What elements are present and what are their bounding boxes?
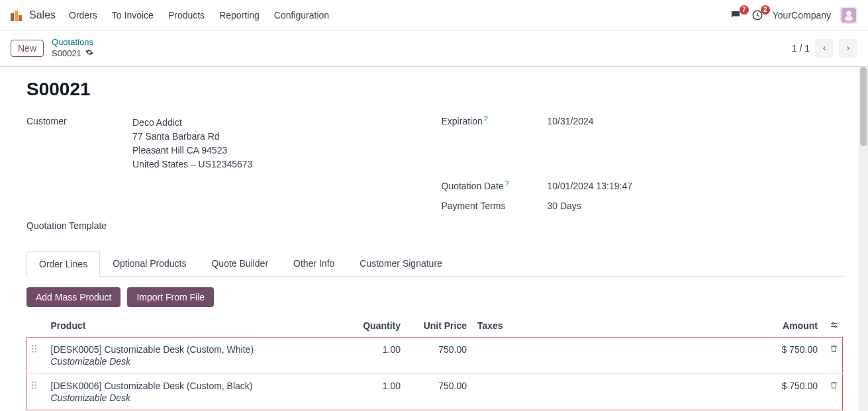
pager-next-button[interactable] — [839, 39, 857, 58]
line-amount: $ 750.00 — [782, 344, 818, 355]
line-taxes[interactable] — [471, 373, 524, 410]
pager-prev-button[interactable] — [815, 39, 834, 58]
new-button[interactable]: New — [11, 40, 44, 57]
line-quantity[interactable]: 1.00 — [345, 373, 405, 410]
columns-settings-icon[interactable] — [830, 321, 839, 332]
table-row[interactable]: [DESK0005] Customizable Desk (Custom, Wh… — [27, 337, 843, 373]
col-unit-price: Unit Price — [405, 315, 471, 338]
nav-configuration[interactable]: Configuration — [274, 10, 329, 21]
topbar: Sales Orders To Invoice Products Reporti… — [0, 0, 868, 30]
tab-optional-products[interactable]: Optional Products — [100, 251, 199, 276]
table-row[interactable]: [DESK0006] Customizable Desk (Custom, Bl… — [27, 373, 843, 410]
page-title: S00021 — [26, 79, 843, 100]
svg-point-12 — [35, 348, 36, 349]
customer-address-line1: 77 Santa Barbara Rd — [132, 130, 428, 144]
line-unit-price[interactable]: 750.00 — [405, 373, 471, 410]
label-customer: Customer — [26, 116, 119, 126]
svg-point-18 — [35, 385, 36, 386]
line-product[interactable]: [DESK0006] Customizable Desk (Custom, Bl… — [51, 381, 342, 391]
tabs: Order Lines Optional Products Quote Buil… — [26, 251, 843, 277]
svg-point-17 — [32, 385, 33, 386]
svg-point-8 — [834, 326, 836, 327]
trash-icon[interactable] — [830, 345, 838, 355]
line-taxes[interactable] — [471, 337, 524, 373]
line-product[interactable]: [DESK0005] Customizable Desk (Custom, Wh… — [51, 344, 342, 355]
app-logo-icon — [11, 9, 23, 21]
drag-handle-icon[interactable] — [31, 345, 40, 355]
company-name[interactable]: YourCompany — [773, 10, 831, 21]
svg-rect-6 — [845, 16, 853, 20]
svg-point-20 — [35, 387, 36, 388]
svg-rect-1 — [15, 11, 18, 21]
line-description: Customizable Desk — [51, 392, 342, 403]
help-icon[interactable]: ? — [484, 114, 488, 122]
svg-point-16 — [35, 381, 36, 383]
breadcrumb-parent[interactable]: Quotations — [52, 37, 93, 48]
app-name: Sales — [29, 9, 56, 21]
import-from-file-button[interactable]: Import From File — [127, 287, 214, 307]
value-expiration[interactable]: 10/31/2024 — [548, 116, 844, 126]
col-product: Product — [47, 315, 346, 338]
svg-point-11 — [32, 348, 33, 349]
svg-rect-0 — [11, 13, 14, 21]
drag-handle-icon[interactable] — [31, 381, 40, 392]
svg-point-10 — [35, 345, 36, 346]
svg-point-13 — [32, 351, 33, 352]
svg-point-15 — [32, 381, 33, 383]
value-customer[interactable]: Deco Addict 77 Santa Barbara Rd Pleasant… — [132, 116, 428, 171]
label-quotation-template: Quotation Template — [26, 220, 119, 231]
lines-table: Product Quantity Unit Price Taxes Amount — [26, 315, 843, 410]
line-unit-price[interactable]: 750.00 — [405, 337, 471, 373]
activities-badge: 2 — [761, 5, 770, 15]
nav-products[interactable]: Products — [168, 10, 205, 21]
nav-reporting[interactable]: Reporting — [219, 10, 260, 21]
topbar-right: 7 2 YourCompany — [729, 7, 857, 24]
tab-customer-signature[interactable]: Customer Signature — [347, 251, 455, 276]
pager-text: 1 / 1 — [792, 43, 810, 54]
gear-icon[interactable] — [85, 48, 93, 60]
label-expiration: Expiration? — [442, 116, 534, 126]
svg-point-5 — [846, 11, 851, 15]
customer-name: Deco Addict — [132, 116, 428, 130]
line-quantity[interactable]: 1.00 — [345, 337, 405, 373]
scrollbar[interactable] — [859, 67, 868, 411]
form-view: S00021 Customer Deco Addict 77 Santa Bar… — [0, 67, 859, 411]
svg-rect-2 — [19, 15, 22, 21]
label-payment-terms: Payment Terms — [442, 201, 534, 211]
subheader: New Quotations S00021 1 / 1 — [0, 30, 868, 67]
svg-point-7 — [832, 322, 834, 324]
svg-point-19 — [32, 387, 33, 388]
label-quotation-date: Quotation Date? — [442, 181, 534, 191]
pager: 1 / 1 — [792, 39, 857, 58]
main-nav: Orders To Invoice Products Reporting Con… — [69, 10, 329, 21]
tab-quote-builder[interactable]: Quote Builder — [199, 251, 281, 276]
breadcrumb: Quotations S00021 — [52, 37, 93, 60]
line-description: Customizable Desk — [51, 356, 342, 367]
nav-orders[interactable]: Orders — [69, 10, 97, 21]
col-taxes: Taxes — [471, 315, 524, 338]
col-quantity: Quantity — [345, 315, 405, 338]
scrollbar-thumb[interactable] — [860, 67, 867, 146]
add-mass-product-button[interactable]: Add Mass Product — [26, 287, 121, 307]
svg-point-9 — [32, 345, 33, 346]
value-quotation-date[interactable]: 10/01/2024 13:19:47 — [548, 181, 844, 191]
tab-order-lines[interactable]: Order Lines — [26, 251, 100, 277]
trash-icon[interactable] — [830, 381, 838, 392]
col-amount: Amount — [524, 315, 822, 338]
help-icon[interactable]: ? — [505, 179, 509, 187]
fields-grid: Customer Deco Addict 77 Santa Barbara Rd… — [26, 116, 843, 231]
messages-badge: 7 — [740, 5, 749, 15]
customer-address-line3: United States – US12345673 — [132, 158, 428, 171]
svg-point-14 — [35, 351, 36, 352]
tab-body: Add Mass Product Import From File Produc… — [26, 277, 843, 411]
customer-address-line2: Pleasant Hill CA 94523 — [132, 144, 428, 158]
line-amount: $ 750.00 — [782, 381, 818, 391]
messages-icon[interactable]: 7 — [729, 9, 742, 21]
value-payment-terms[interactable]: 30 Days — [548, 201, 844, 211]
tab-other-info[interactable]: Other Info — [281, 251, 347, 276]
breadcrumb-current: S00021 — [52, 48, 81, 60]
activities-icon[interactable]: 2 — [751, 9, 763, 21]
avatar[interactable] — [840, 7, 857, 24]
nav-to-invoice[interactable]: To Invoice — [112, 10, 154, 21]
